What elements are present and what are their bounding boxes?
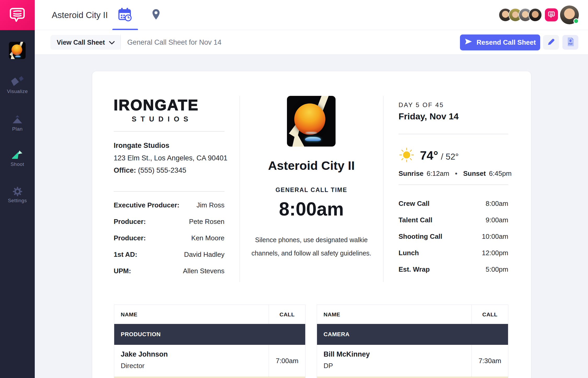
crew-table-production: NAME CALL PRODUCTION Jake Johnson Direct… [114, 305, 305, 378]
schedule-row: Est. Wrap 5:00pm [399, 265, 508, 282]
safety-notes: Silence phones, use designated walkie ch… [240, 233, 383, 260]
edit-call-sheet-button[interactable] [543, 35, 559, 50]
sidebar-item-label: Visualize [0, 89, 35, 94]
tab-locations[interactable] [143, 0, 169, 30]
sidebar-item-label: Settings [0, 198, 35, 203]
table-row: Bill McKinney DP 7:30am [317, 345, 508, 377]
sidebar-item-shoot[interactable]: Shoot [0, 150, 35, 167]
active-tab-indicator [112, 29, 138, 30]
sidebar-item-visualize[interactable]: Visualize [0, 76, 35, 94]
crew-role: DP [324, 362, 465, 370]
general-call-time-label: GENERAL CALL TIME [240, 187, 383, 194]
call-column-header: CALL [471, 305, 508, 324]
top-nav: Asteroid City II [0, 0, 588, 30]
sidebar-item-label: Plan [0, 126, 35, 132]
schedule-row: Talent Call 9:00am [399, 216, 508, 232]
contact-row: 1st AD: David Hadley [114, 251, 224, 267]
schedule-times-list: Crew Call 8:00am Talent Call 9:00am Shoo… [399, 200, 508, 282]
shoot-day-label: DAY 5 OF 45 [399, 101, 508, 109]
sidebar: Visualize Plan Shoot [0, 30, 35, 378]
poster-planet [11, 44, 22, 55]
crew-table-camera: NAME CALL CAMERA Bill McKinney DP 7:30am [317, 305, 508, 378]
download-pdf-button[interactable]: PDF [562, 35, 578, 50]
sidebar-item-plan[interactable]: Plan [0, 115, 35, 132]
sheet-title: General Call Sheet for Nov 14 [127, 30, 221, 55]
column-divider [383, 96, 383, 282]
crew-call-time: 7:00am [269, 345, 305, 377]
tab-call-sheet[interactable] [112, 0, 138, 30]
temp-low: / 52° [441, 152, 459, 161]
project-poster [287, 96, 336, 147]
crew-name: Bill McKinney [324, 350, 465, 358]
plan-icon [12, 115, 23, 124]
call-column-header: CALL [269, 305, 305, 324]
call-sheet-toolbar: View Call Sheet General Call Sheet for N… [35, 30, 588, 55]
divider [114, 131, 224, 132]
studio-office-phone: Office: (555) 555-2345 [114, 166, 186, 175]
calendar-clock-icon [118, 8, 132, 23]
name-column-header: NAME [114, 305, 269, 324]
weather-row: 74° / 52° [399, 147, 508, 164]
table-row: Jake Johnson Director 7:00am [114, 345, 305, 377]
sunset-label: Sunset [463, 170, 486, 178]
sidebar-item-label: Shoot [0, 161, 35, 167]
chevron-down-icon [109, 39, 115, 46]
office-phone: (555) 555-2345 [138, 166, 186, 174]
sun-icon [399, 147, 415, 164]
studio-address: 123 Elm St., Los Angeles, CA 90401 [114, 154, 227, 162]
speech-bubble-icon [548, 11, 555, 19]
schedule-row: Shooting Call 10:00am [399, 232, 508, 249]
next-section-edge [114, 377, 305, 378]
project-title: Asteroid City II [52, 0, 108, 30]
speech-bubble-icon [9, 7, 26, 24]
comments-button[interactable] [545, 8, 558, 21]
name-column-header: NAME [317, 305, 471, 324]
sunrise-sunset-row: Sunrise 6:12am • Sunset 6:45pm [399, 170, 508, 178]
online-status-dot [573, 18, 579, 24]
studio-name: Irongate Studios [114, 142, 169, 150]
production-title: Asteroid City II [240, 158, 383, 173]
visualize-icon [11, 76, 24, 86]
resend-call-sheet-button[interactable]: Resend Call Sheet [460, 34, 540, 50]
schedule-row: Crew Call 8:00am [399, 200, 508, 216]
schedule-row: Lunch 12:00pm [399, 249, 508, 265]
department-band: PRODUCTION [114, 324, 305, 345]
general-call-time: 8:00am [240, 198, 383, 220]
key-contacts-list: Executive Producer: Jim Ross Producer: P… [114, 201, 224, 283]
poster-car [305, 137, 321, 141]
sunrise-label: Sunrise [399, 170, 423, 178]
main-content: IRONGATE STUDIOS Irongate Studios 123 El… [35, 55, 588, 378]
view-call-sheet-dropdown[interactable]: View Call Sheet [50, 35, 121, 50]
office-label: Office: [114, 166, 136, 174]
svg-text:PDF: PDF [568, 43, 573, 45]
team-avatar[interactable] [528, 8, 542, 22]
divider [114, 191, 224, 192]
shoot-date: Friday, Nov 14 [399, 111, 508, 121]
gear-icon [12, 186, 23, 197]
resend-label: Resend Call Sheet [477, 38, 536, 46]
department-band: CAMERA [317, 324, 508, 345]
pencil-icon [547, 38, 555, 47]
temp-high: 74° [420, 149, 438, 162]
poster-car [15, 56, 21, 57]
divider [399, 134, 508, 134]
send-icon [464, 38, 472, 47]
project-thumbnail[interactable] [9, 42, 26, 59]
shoot-icon [12, 150, 23, 159]
crew-call-time: 7:30am [471, 345, 508, 377]
next-section-edge [317, 377, 508, 378]
divider [399, 184, 508, 185]
sidebar-item-settings[interactable]: Settings [0, 186, 35, 203]
app-logo[interactable] [0, 0, 35, 30]
dropdown-label: View Call Sheet [57, 39, 105, 46]
sunrise-time: 6:12am [426, 170, 449, 178]
poster-planet [294, 103, 325, 135]
table-header: NAME CALL [114, 305, 305, 324]
sunset-time: 6:45pm [489, 170, 512, 178]
table-header: NAME CALL [317, 305, 508, 324]
contact-row: UPM: Allen Stevens [114, 267, 224, 283]
crew-name: Jake Johnson [121, 350, 262, 358]
contact-row: Executive Producer: Jim Ross [114, 201, 224, 218]
studio-logo-subtext: STUDIOS [114, 115, 208, 123]
contact-row: Producer: Ken Moore [114, 234, 224, 251]
